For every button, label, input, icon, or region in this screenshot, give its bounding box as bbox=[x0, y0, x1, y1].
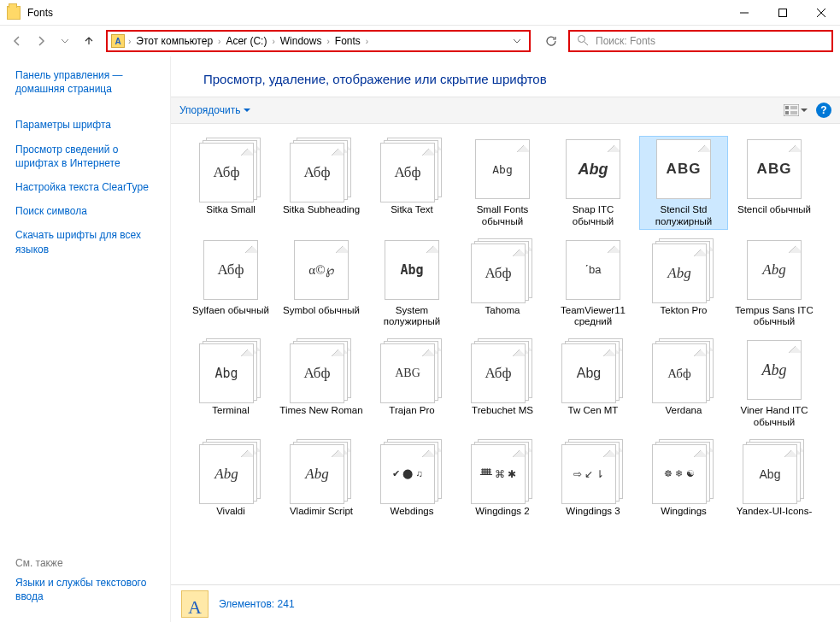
font-item[interactable]: АбфVerdana bbox=[639, 337, 728, 431]
font-label: Wingdings 2 bbox=[475, 506, 529, 518]
font-item[interactable]: AbgSystem полужирный bbox=[367, 237, 456, 331]
sidebar-link[interactable]: Поиск символа bbox=[15, 204, 162, 218]
font-item[interactable]: ΄baTeamViewer11 средний bbox=[549, 237, 637, 331]
breadcrumb-item[interactable]: Этот компьютер bbox=[132, 35, 216, 47]
organize-button[interactable]: Упорядочить bbox=[179, 104, 250, 116]
font-item[interactable]: АбфSitka Subheading bbox=[277, 136, 366, 230]
font-thumbnail: Abg bbox=[199, 338, 262, 402]
chevron-right-icon: › bbox=[126, 37, 132, 46]
history-dropdown[interactable] bbox=[55, 31, 75, 51]
font-item[interactable]: α©℘Symbol обычный bbox=[277, 237, 366, 331]
sidebar-link[interactable]: Просмотр сведений о шрифтах в Интернете bbox=[15, 143, 162, 170]
up-button[interactable] bbox=[79, 31, 99, 51]
breadcrumb-item[interactable]: Fonts bbox=[332, 35, 364, 47]
control-panel-home-link[interactable]: Панель управления — домашняя страница bbox=[15, 68, 162, 96]
font-item[interactable]: AbgVivaldi bbox=[186, 437, 275, 519]
font-item[interactable]: ⇨ ↙ ⇂Wingdings 3 bbox=[549, 437, 637, 519]
address-bar[interactable]: A › Этот компьютер › Acer (C:) › Windows… bbox=[106, 30, 531, 52]
font-item[interactable]: AbgVladimir Script bbox=[277, 437, 366, 519]
address-dropdown[interactable] bbox=[508, 31, 526, 51]
font-item[interactable]: АбфSylfaen обычный bbox=[186, 237, 275, 331]
font-thumbnail: ⇨ ↙ ⇂ bbox=[561, 439, 625, 502]
font-thumbnail: Abg bbox=[561, 138, 625, 201]
font-thumbnail: Абф bbox=[199, 238, 262, 302]
font-item[interactable]: АбфTahoma bbox=[458, 237, 547, 331]
fonts-folder-icon: A bbox=[181, 590, 209, 618]
title-bar: Fonts bbox=[0, 0, 840, 26]
back-button[interactable] bbox=[7, 31, 27, 51]
view-button[interactable] bbox=[784, 104, 808, 116]
maximize-button[interactable] bbox=[763, 0, 802, 25]
breadcrumb-item[interactable]: Windows bbox=[277, 35, 326, 47]
sidebar-link[interactable]: Языки и службы текстового ввода bbox=[15, 576, 162, 603]
help-button[interactable]: ? bbox=[816, 103, 831, 118]
close-button[interactable] bbox=[802, 0, 840, 25]
font-label: Yandex-UI-Icons- bbox=[737, 506, 813, 518]
font-item[interactable]: AbgTerminal bbox=[186, 337, 275, 431]
font-thumbnail: ABG bbox=[743, 138, 806, 201]
toolbar: Упорядочить ? bbox=[171, 97, 840, 124]
font-item[interactable]: АбфSitka Text bbox=[367, 136, 456, 230]
search-box[interactable]: Поиск: Fonts bbox=[568, 30, 833, 52]
font-item[interactable]: ABGTrajan Pro bbox=[367, 337, 456, 431]
font-item[interactable]: AbgSnap ITC обычный bbox=[549, 136, 637, 230]
font-thumbnail: ABG bbox=[380, 338, 443, 402]
font-item[interactable]: AbgTekton Pro bbox=[639, 237, 728, 331]
font-item[interactable]: ✔ ⬤ ♫Webdings bbox=[367, 437, 456, 519]
chevron-right-icon: › bbox=[364, 37, 370, 46]
font-item[interactable]: АбфSitka Small bbox=[186, 136, 275, 230]
font-label: Tw Cen MT bbox=[568, 405, 619, 417]
font-label: Webdings bbox=[391, 506, 434, 518]
svg-rect-7 bbox=[785, 106, 789, 109]
font-item[interactable]: ᚙ ⌘ ✱Wingdings 2 bbox=[458, 437, 547, 519]
font-thumbnail: ᚙ ⌘ ✱ bbox=[471, 439, 534, 502]
chevron-right-icon: › bbox=[216, 37, 222, 46]
breadcrumb-item[interactable]: Acer (C:) bbox=[222, 35, 270, 47]
sidebar-link[interactable]: Параметры шрифта bbox=[15, 118, 162, 132]
window-title: Fonts bbox=[27, 7, 53, 19]
minimize-button[interactable] bbox=[725, 0, 763, 25]
font-label: Sylfaen обычный bbox=[192, 305, 269, 317]
svg-point-4 bbox=[579, 35, 585, 42]
navigation-bar: A › Этот компьютер › Acer (C:) › Windows… bbox=[0, 26, 840, 56]
sidebar: Панель управления — домашняя страница Па… bbox=[0, 56, 171, 622]
font-thumbnail: Abg bbox=[471, 138, 534, 201]
font-item[interactable]: ABGStencil Std полужирный bbox=[639, 136, 728, 230]
font-item[interactable]: ABGStencil обычный bbox=[730, 136, 819, 230]
font-label: Sitka Small bbox=[206, 204, 256, 216]
chevron-right-icon: › bbox=[270, 37, 276, 46]
font-label: Verdana bbox=[666, 405, 702, 417]
font-thumbnail: ☸ ❄ ☯ bbox=[652, 439, 715, 502]
font-label: Vladimir Script bbox=[290, 506, 353, 518]
svg-rect-1 bbox=[778, 9, 786, 16]
search-icon bbox=[577, 34, 589, 49]
font-label: Trebuchet MS bbox=[472, 405, 533, 417]
font-item[interactable]: АбфTrebuchet MS bbox=[458, 337, 547, 431]
font-label: Symbol обычный bbox=[283, 305, 360, 317]
font-label: Tekton Pro bbox=[661, 305, 708, 317]
font-thumbnail: Абф bbox=[652, 338, 715, 402]
sidebar-link[interactable]: Скачать шрифты для всех языков bbox=[15, 228, 162, 255]
font-item[interactable]: AbgTw Cen MT bbox=[549, 337, 637, 431]
font-item[interactable]: AbgViner Hand ITC обычный bbox=[730, 337, 819, 431]
font-thumbnail: Абф bbox=[471, 238, 534, 302]
font-label: Stencil обычный bbox=[737, 204, 811, 216]
font-label: Times New Roman bbox=[279, 405, 362, 417]
font-item[interactable]: AbgTempus Sans ITC обычный bbox=[730, 237, 819, 331]
refresh-button[interactable] bbox=[539, 30, 563, 52]
svg-rect-10 bbox=[785, 111, 789, 114]
font-thumbnail: α©℘ bbox=[290, 238, 353, 302]
font-item[interactable]: АбфTimes New Roman bbox=[277, 337, 366, 431]
font-label: Wingdings bbox=[661, 506, 707, 518]
font-thumbnail: ΄ba bbox=[561, 238, 625, 302]
font-item[interactable]: ☸ ❄ ☯Wingdings bbox=[639, 437, 728, 519]
font-label: Tempus Sans ITC обычный bbox=[731, 305, 817, 329]
search-placeholder: Поиск: Fonts bbox=[596, 35, 655, 47]
font-label: Snap ITC обычный bbox=[550, 204, 636, 228]
font-item[interactable]: AbgSmall Fonts обычный bbox=[458, 136, 547, 230]
forward-button[interactable] bbox=[31, 31, 51, 51]
font-thumbnail: Abg bbox=[743, 238, 806, 302]
font-thumbnail: Абф bbox=[199, 138, 262, 201]
sidebar-link[interactable]: Настройка текста ClearType bbox=[15, 180, 162, 194]
font-item[interactable]: AbgYandex-UI-Icons- bbox=[730, 437, 819, 519]
